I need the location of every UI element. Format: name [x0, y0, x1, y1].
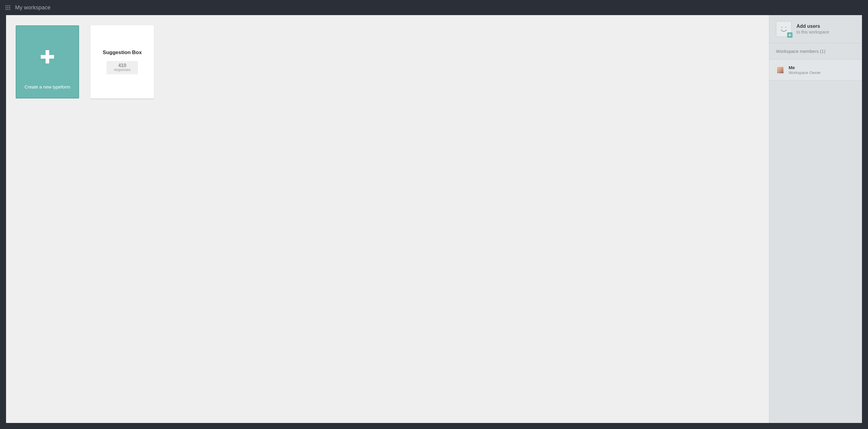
topbar: My workspace [0, 0, 868, 15]
response-label: responses [114, 68, 130, 72]
plus-icon-wrap [39, 26, 55, 84]
members-header: Workspace members (1) [769, 43, 862, 59]
content: Create a new typeform Suggestion Box 410… [6, 15, 862, 423]
member-role: Workspace Owner [788, 70, 821, 75]
add-users-title: Add users [797, 24, 829, 29]
member-name: Me [788, 65, 821, 70]
add-users-subtitle: to this workspace [797, 30, 829, 34]
member-row[interactable]: Me Workspace Owner [769, 59, 862, 81]
add-badge-icon [787, 32, 793, 38]
response-count-box: 410 responses [106, 61, 137, 75]
avatar [776, 66, 784, 74]
create-typeform-card[interactable]: Create a new typeform [16, 25, 79, 98]
smiley-icon [776, 21, 792, 37]
add-users-button[interactable]: Add users to this workspace [769, 15, 862, 43]
svg-point-3 [785, 27, 786, 28]
content-wrap: Create a new typeform Suggestion Box 410… [0, 15, 868, 429]
svg-rect-1 [41, 55, 54, 59]
main-area: Create a new typeform Suggestion Box 410… [6, 15, 769, 423]
apps-grid-icon[interactable] [5, 5, 10, 10]
svg-point-2 [781, 27, 782, 28]
member-text: Me Workspace Owner [788, 65, 821, 75]
create-typeform-label: Create a new typeform [25, 84, 70, 98]
plus-icon [39, 49, 55, 65]
workspace-title[interactable]: My workspace [15, 4, 51, 11]
form-card[interactable]: Suggestion Box 410 responses [91, 25, 154, 98]
sidebar: Add users to this workspace Workspace me… [769, 15, 862, 423]
form-title: Suggestion Box [103, 50, 142, 56]
add-users-text: Add users to this workspace [797, 24, 829, 34]
response-count: 410 [114, 63, 130, 68]
app-root: My workspace Create a new typeform [0, 0, 868, 429]
svg-rect-5 [788, 35, 791, 35]
